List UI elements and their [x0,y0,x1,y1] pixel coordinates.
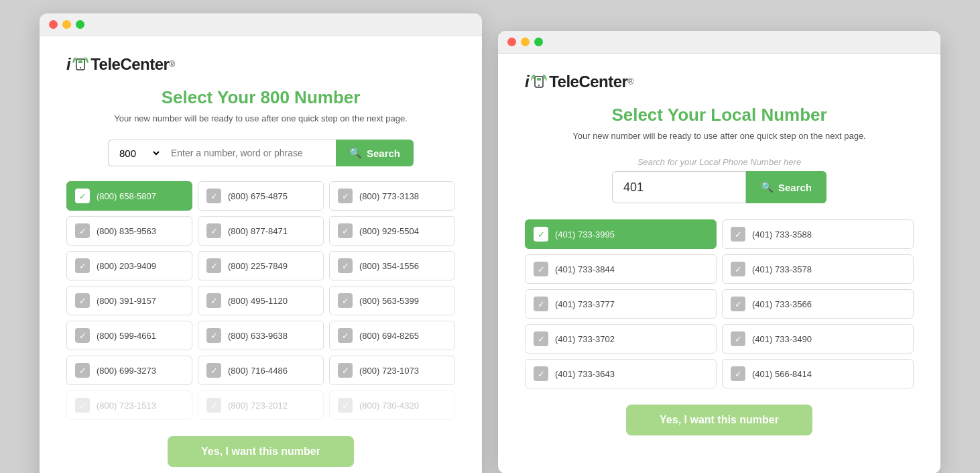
phone-number: (800) 723-1073 [359,366,419,376]
number-item[interactable]: ✓ (800) 675-4875 [198,181,324,211]
number-item[interactable]: ✓ (800) 391-9157 [66,286,192,315]
check-box: ✓ [338,189,353,203]
number-item[interactable]: ✓ (401) 733-3490 [722,324,914,354]
check-box: ✓ [75,293,90,308]
search-button-800[interactable]: 🔍 Search [336,140,414,166]
tele-icon-local [530,72,548,91]
svg-point-5 [538,85,540,86]
number-item[interactable]: ✓ (800) 699-3273 [66,356,192,385]
number-item[interactable]: ✓ (800) 723-1513 [66,390,192,420]
check-box: ✓ [206,223,221,238]
number-item[interactable]: ✓ (800) 773-3138 [329,181,455,211]
local-search-input[interactable] [612,171,746,203]
logo-tele: Tele [90,55,120,74]
phone-number: (401) 733-3777 [555,299,615,309]
phone-number: (401) 733-3702 [555,334,615,344]
check-box: ✓ [206,189,221,203]
search-input-800[interactable] [162,140,336,166]
check-box: ✓ [338,328,353,343]
logo-trademark: ® [169,60,174,69]
number-item[interactable]: ✓ (401) 733-3588 [722,219,914,249]
number-item[interactable]: ✓ (800) 694-8265 [329,321,455,350]
dot-red-local[interactable] [507,38,516,46]
browser-window-local: i TeleCenter® Select Your Local Number Y… [498,31,940,473]
page-title-800: Select Your 800 Number [66,87,455,108]
number-item[interactable]: ✓ (800) 225-7849 [198,251,324,280]
check-box: ✓ [534,331,548,346]
number-item[interactable]: ✓ (800) 495-1120 [198,286,324,315]
number-item[interactable]: ✓ (800) 730-4320 [329,390,455,420]
phone-number: (401) 733-3995 [555,229,615,240]
check-box: ✓ [731,297,745,311]
logo-local: i TeleCenter® [525,72,914,91]
check-box: ✓ [75,258,90,273]
check-box: ✓ [731,331,745,346]
logo-center: Center [120,55,169,74]
svg-rect-1 [78,60,82,63]
check-box: ✓ [731,366,745,381]
number-item[interactable]: ✓ (401) 733-3777 [525,289,717,319]
number-item[interactable]: ✓ (800) 633-9638 [198,321,324,350]
search-button-local[interactable]: 🔍 Search [746,171,826,203]
page-subtitle-800: Your new number will be ready to use aft… [66,113,455,123]
phone-number: (800) 730-4320 [359,401,419,411]
phone-number: (800) 716-4486 [228,366,288,376]
number-item[interactable]: ✓ (800) 354-1556 [329,251,455,280]
logo-center-local: Center [578,72,627,91]
check-box: ✓ [75,363,90,378]
number-item[interactable]: ✓ (401) 733-3578 [722,254,914,284]
number-item[interactable]: ✓ (401) 733-3995 [525,219,717,249]
check-box: ✓ [206,398,221,413]
phone-number: (800) 633-9638 [228,331,288,341]
phone-number: (401) 733-3643 [555,369,615,379]
phone-number: (800) 391-9157 [97,296,156,306]
number-item[interactable]: ✓ (800) 929-5504 [329,216,455,246]
check-box: ✓ [75,328,90,343]
number-item[interactable]: ✓ (800) 716-4486 [198,356,324,385]
page-content-local: i TeleCenter® Select Your Local Number Y… [498,54,940,473]
check-box: ✓ [75,398,90,413]
dot-green[interactable] [76,20,84,29]
check-box: ✓ [206,328,221,343]
check-box: ✓ [338,258,353,273]
phone-number: (800) 877-8471 [228,226,288,236]
phone-number: (401) 733-3844 [555,264,615,274]
phone-number: (401) 733-3588 [752,229,812,240]
cta-button-800[interactable]: Yes, I want this number [168,436,354,467]
number-item[interactable]: ✓ (401) 733-3844 [525,254,717,284]
numbers-grid-800: ✓ (800) 658-5807 ✓ (800) 675-4875 ✓ (800… [66,181,455,420]
number-item[interactable]: ✓ (800) 723-2012 [198,390,324,420]
number-item[interactable]: ✓ (800) 203-9409 [66,251,192,280]
number-item[interactable]: ✓ (401) 733-3566 [722,289,914,319]
number-item[interactable]: ✓ (401) 733-3643 [525,359,717,388]
phone-number: (800) 495-1120 [228,296,288,306]
number-item[interactable]: ✓ (401) 733-3702 [525,324,717,354]
logo-800: i TeleCenter® [66,55,455,74]
number-item[interactable]: ✓ (800) 599-4661 [66,321,192,350]
dot-yellow-local[interactable] [521,38,530,46]
check-box: ✓ [338,223,353,238]
dot-green-local[interactable] [534,38,543,46]
phone-number: (800) 694-8265 [359,331,419,341]
phone-number: (800) 675-4875 [228,191,288,201]
search-icon-local: 🔍 [761,181,774,193]
area-code-select[interactable]: 800 888 877 866 [108,140,162,166]
number-item[interactable]: ✓ (800) 723-1073 [329,356,455,385]
number-item[interactable]: ✓ (800) 877-8471 [198,216,324,246]
number-item[interactable]: ✓ (401) 566-8414 [722,359,914,388]
dot-yellow[interactable] [62,20,71,29]
number-item[interactable]: ✓ (800) 658-5807 [66,181,192,211]
phone-number: (401) 733-3490 [752,334,812,344]
dot-red[interactable] [49,20,58,29]
check-box: ✓ [206,258,221,273]
phone-number: (800) 835-9563 [97,226,156,236]
cta-button-local[interactable]: Yes, I want this number [626,405,812,435]
number-item[interactable]: ✓ (800) 835-9563 [66,216,192,246]
check-box: ✓ [534,297,548,311]
search-row-local: 🔍 Search [525,171,914,203]
number-item[interactable]: ✓ (800) 563-5399 [329,286,455,315]
search-row-800: 800 888 877 866 🔍 Search [66,140,455,166]
logo-tele-local: Tele [549,72,578,91]
phone-number: (800) 599-4661 [97,331,156,341]
local-search-label: Search for your Local Phone Number here [525,157,914,167]
